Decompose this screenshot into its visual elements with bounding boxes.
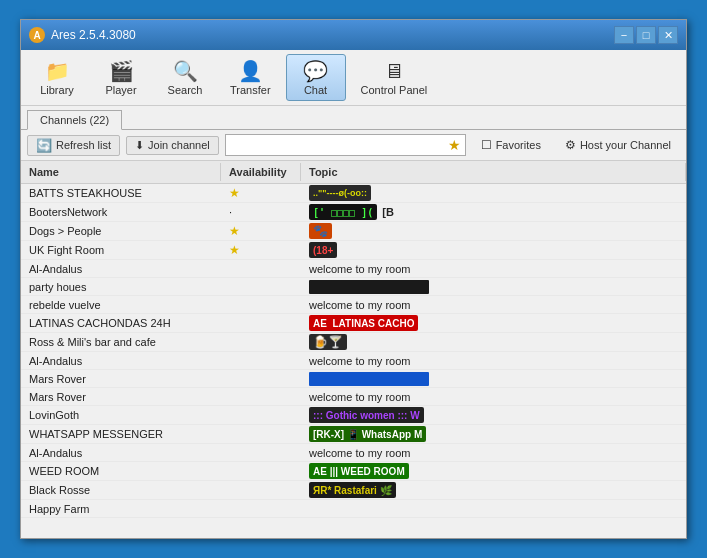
- cell-avail: [221, 378, 301, 380]
- table-row[interactable]: WHATSAPP MESSENGER [RK-X] 📱 WhatsApp M: [21, 425, 686, 444]
- table-row[interactable]: rebelde vuelve welcome to my room: [21, 296, 686, 314]
- favorites-star-icon: ★: [448, 137, 461, 153]
- cell-name: Mars Rover: [21, 390, 221, 404]
- table-row[interactable]: LATINAS CACHONDAS 24H AE LATINAS CACHO: [21, 314, 686, 333]
- cell-topic: [301, 371, 686, 387]
- cell-topic: welcome to my room: [301, 390, 686, 404]
- cell-name: BootersNetwork: [21, 205, 221, 219]
- cell-topic: welcome to my room: [301, 446, 686, 460]
- table-scroll[interactable]: BATTS STEAKHOUSE ★ ..""----ø(-oo:: Boote…: [21, 184, 686, 538]
- table-row[interactable]: Al-Andalus welcome to my room: [21, 352, 686, 370]
- star-icon: ★: [229, 243, 240, 257]
- table-row[interactable]: Al-Andalus welcome to my room: [21, 444, 686, 462]
- cell-topic: [301, 508, 686, 510]
- search-icon: 🔍: [171, 59, 199, 83]
- library-icon: 📁: [43, 59, 71, 83]
- join-button[interactable]: ⬇ Join channel: [126, 136, 219, 155]
- minimize-button[interactable]: −: [614, 26, 634, 44]
- table-row[interactable]: BATTS STEAKHOUSE ★ ..""----ø(-oo::: [21, 184, 686, 203]
- table-header: Name Availability Topic: [21, 161, 686, 184]
- table-row[interactable]: Black Rosse ЯR* Rastafari 🌿: [21, 481, 686, 500]
- cell-avail: [221, 396, 301, 398]
- cell-avail: [221, 304, 301, 306]
- toolbar-transfer[interactable]: 👤 Transfer: [219, 54, 282, 101]
- cell-name: Al-Andalus: [21, 354, 221, 368]
- table-row[interactable]: party houes: [21, 278, 686, 296]
- table-row[interactable]: Al-Andalus welcome to my room: [21, 260, 686, 278]
- tab-channels[interactable]: Channels (22): [27, 110, 122, 130]
- cell-name: Mars Rover: [21, 372, 221, 386]
- main-window: A Ares 2.5.4.3080 − □ ✕ 📁 Library 🎬 Play…: [20, 19, 687, 539]
- cell-avail: ·: [221, 205, 301, 219]
- favorites-label: Favorites: [496, 139, 541, 151]
- join-icon: ⬇: [135, 139, 144, 152]
- cell-topic: welcome to my room: [301, 298, 686, 312]
- cell-topic: AE LATINAS CACHO: [301, 314, 686, 332]
- cell-topic: [RK-X] 📱 WhatsApp M: [301, 425, 686, 443]
- table-row[interactable]: Happy Farm: [21, 500, 686, 518]
- library-label: Library: [40, 84, 74, 96]
- cell-avail: [221, 489, 301, 491]
- host-channel-button[interactable]: ⚙ Host your Channel: [556, 135, 680, 155]
- toolbar-chat[interactable]: 💬 Chat: [286, 54, 346, 101]
- control-panel-label: Control Panel: [361, 84, 428, 96]
- cell-name: Happy Farm: [21, 502, 221, 516]
- cell-name: LATINAS CACHONDAS 24H: [21, 316, 221, 330]
- chat-label: Chat: [304, 84, 327, 96]
- toolbar-control-panel[interactable]: 🖥 Control Panel: [350, 54, 439, 101]
- cell-topic: ::: Gothic women ::: W: [301, 406, 686, 424]
- cell-topic: [' □□□□ ]( [B: [301, 203, 686, 221]
- cell-avail: [221, 470, 301, 472]
- col-topic: Topic: [301, 163, 686, 181]
- table-row[interactable]: Dogs > People ★ 🐾: [21, 222, 686, 241]
- cell-topic: ЯR* Rastafari 🌿: [301, 481, 686, 499]
- cell-avail: [221, 452, 301, 454]
- favorites-icon: ☐: [481, 138, 492, 152]
- host-icon: ⚙: [565, 138, 576, 152]
- cell-name: LovinGoth: [21, 408, 221, 422]
- table-row[interactable]: BootersNetwork · [' □□□□ ]( [B: [21, 203, 686, 222]
- toolbar-player[interactable]: 🎬 Player: [91, 54, 151, 101]
- table-row[interactable]: UK Fight Room ★ (18+: [21, 241, 686, 260]
- table-row[interactable]: Mars Rover: [21, 370, 686, 388]
- chat-icon: 💬: [302, 59, 330, 83]
- favorites-button[interactable]: ☐ Favorites: [472, 135, 550, 155]
- cell-topic: (18+: [301, 241, 686, 259]
- channel-search-input[interactable]: [230, 139, 448, 151]
- action-bar: 🔄 Refresh list ⬇ Join channel ★ ☐ Favori…: [21, 130, 686, 161]
- star-icon: ★: [229, 224, 240, 238]
- cell-name: BATTS STEAKHOUSE: [21, 186, 221, 200]
- toolbar-search[interactable]: 🔍 Search: [155, 54, 215, 101]
- cell-name: Ross & Mili's bar and cafe: [21, 335, 221, 349]
- window-controls: − □ ✕: [614, 26, 678, 44]
- player-label: Player: [105, 84, 136, 96]
- cell-topic: [301, 279, 686, 295]
- table-row[interactable]: WEED ROOM AE ||| WEED ROOM: [21, 462, 686, 481]
- toolbar-library[interactable]: 📁 Library: [27, 54, 87, 101]
- table-row[interactable]: Ross & Mili's bar and cafe 🍺🍸: [21, 333, 686, 352]
- title-bar: A Ares 2.5.4.3080 − □ ✕: [21, 20, 686, 50]
- cell-avail: ★: [221, 242, 301, 258]
- cell-avail: [221, 341, 301, 343]
- close-button[interactable]: ✕: [658, 26, 678, 44]
- cell-avail: ★: [221, 223, 301, 239]
- app-icon: A: [29, 27, 45, 43]
- refresh-button[interactable]: 🔄 Refresh list: [27, 135, 120, 156]
- cell-avail: [221, 508, 301, 510]
- maximize-button[interactable]: □: [636, 26, 656, 44]
- table-row[interactable]: LovinGoth ::: Gothic women ::: W: [21, 406, 686, 425]
- search-label: Search: [168, 84, 203, 96]
- transfer-icon: 👤: [236, 59, 264, 83]
- transfer-label: Transfer: [230, 84, 271, 96]
- control-panel-icon: 🖥: [380, 59, 408, 83]
- cell-name: Black Rosse: [21, 483, 221, 497]
- cell-avail: [221, 360, 301, 362]
- window-title: Ares 2.5.4.3080: [51, 28, 614, 42]
- tabs-bar: Channels (22): [21, 106, 686, 130]
- cell-name: UK Fight Room: [21, 243, 221, 257]
- channel-search-box[interactable]: ★: [225, 134, 466, 156]
- table-row[interactable]: Mars Rover welcome to my room: [21, 388, 686, 406]
- cell-name: WEED ROOM: [21, 464, 221, 478]
- cell-name: rebelde vuelve: [21, 298, 221, 312]
- cell-avail: [221, 433, 301, 435]
